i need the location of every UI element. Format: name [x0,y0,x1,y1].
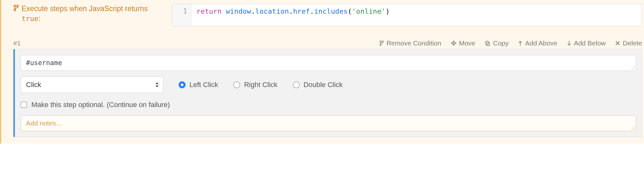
step-number: #1 [13,39,21,47]
radio-empty-icon [233,81,240,88]
remove-condition-button[interactable]: Remove Condition [379,39,441,47]
code-str-body: online [356,7,381,15]
js-condition-editor[interactable]: 1 return window.location.href.includes('… [172,4,642,26]
svg-point-0 [14,5,16,7]
code-member-2: href [293,7,310,15]
radio-right-click[interactable]: Right Click [233,81,277,89]
remove-condition-label: Remove Condition [386,39,441,47]
checkbox-icon [21,102,27,108]
add-below-button[interactable]: Add Below [567,39,606,47]
move-label: Move [459,39,475,47]
arrow-up-icon [518,40,522,46]
radio-double-click[interactable]: Double Click [293,81,343,89]
move-icon [451,40,457,46]
action-select[interactable]: Click [21,77,163,93]
condition-row: Execute steps when JavaScript returns tr… [13,4,642,26]
optional-checkbox-row[interactable]: Make this step optional. (Continue on fa… [21,101,636,109]
code-str-close: ' [381,7,385,15]
move-button[interactable]: Move [451,39,475,47]
svg-point-3 [380,41,381,42]
radio-right-label: Right Click [244,81,277,89]
code-keyword: return [196,7,221,15]
svg-point-2 [14,9,16,11]
branch-icon [13,4,19,11]
svg-point-4 [382,41,384,42]
radio-left-label: Left Click [189,81,218,89]
copy-label: Copy [493,39,509,47]
svg-point-1 [17,5,18,7]
selector-input[interactable] [21,55,636,71]
line-number: 1 [183,7,187,15]
condition-container: Execute steps when JavaScript returns tr… [0,0,644,144]
add-above-button[interactable]: Add Above [518,39,557,47]
action-row: Click Left Click Right Click Double [21,77,636,93]
delete-button[interactable]: Delete [615,39,642,47]
radio-empty-icon [293,81,300,88]
radio-left-click[interactable]: Left Click [179,81,218,89]
add-above-label: Add Above [525,39,557,47]
radio-dot-icon [179,81,186,88]
optional-label: Make this step optional. (Continue on fa… [31,101,170,109]
code-fn: includes [314,7,348,15]
svg-point-5 [380,44,381,45]
branch-icon [379,40,384,46]
step-block: #1 Remove Condition Mo [13,39,642,137]
add-below-label: Add Below [574,39,606,47]
condition-label-code: true [22,15,38,23]
arrow-down-icon [567,40,571,46]
condition-label-suffix: : [38,14,40,23]
radio-double-label: Double Click [304,81,343,89]
editor-gutter: 1 [172,4,192,26]
code-var: window [226,7,251,15]
condition-label-prefix: Execute steps when JavaScript returns [22,4,148,13]
condition-label: Execute steps when JavaScript returns tr… [13,4,165,24]
copy-button[interactable]: Copy [485,39,509,47]
editor-body[interactable]: return window.location.href.includes('on… [192,4,642,26]
action-select-value: Click [26,81,41,89]
code-str-open: ' [352,7,356,15]
notes-input[interactable] [21,115,636,131]
code-member-1: location [255,7,289,15]
delete-label: Delete [623,39,642,47]
step-body: Click Left Click Right Click Double [13,49,642,137]
copy-icon [485,40,490,46]
step-header: #1 Remove Condition Mo [13,39,642,47]
close-icon [615,41,620,46]
